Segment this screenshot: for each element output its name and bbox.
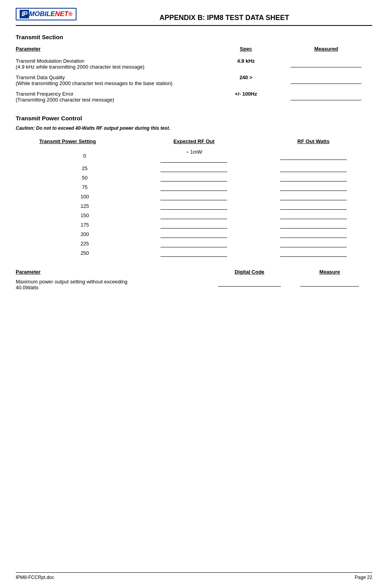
logo-area: IP MOBILE NET ® (16, 8, 77, 21)
rf-watts-input-line (280, 211, 347, 219)
rf-watts-cell (255, 229, 372, 239)
transmit-section-title: Transmit Section (16, 34, 372, 40)
rf-watts-input-line (280, 202, 347, 210)
measured-input-line (291, 93, 361, 100)
expected-input-line (160, 183, 227, 191)
bottom-table: Parameter Digital Code Measure Maximum p… (16, 267, 372, 292)
table-row: 25 (16, 163, 372, 173)
table-row: 50 (16, 173, 372, 182)
expected-cell (133, 201, 255, 211)
rf-watts-cell (255, 148, 372, 163)
rf-watts-col-header: RF Out Watts (255, 137, 372, 148)
power-setting-cell: 25 (16, 163, 133, 173)
bottom-digital-header: Digital Code (212, 267, 290, 277)
rf-watts-cell (255, 173, 372, 182)
expected-input-line (160, 230, 227, 238)
spec-cell: +/- 100Hz (212, 89, 283, 105)
logo-registered: ® (68, 11, 72, 17)
digital-code-input-line (218, 279, 281, 287)
param-cell: Transmit Frequency Error(Transmitting 20… (16, 89, 212, 105)
table-row: 150 (16, 211, 372, 220)
table-row: 100 (16, 192, 372, 201)
expected-col-header: Expected RF Out (133, 137, 255, 148)
expected-cell (133, 173, 255, 182)
measured-cell (283, 72, 372, 89)
power-setting-cell: 50 (16, 173, 133, 182)
expected-input-line (160, 192, 227, 200)
expected-cell (133, 248, 255, 258)
measured-input-line (291, 60, 361, 67)
power-setting-cell: 175 (16, 220, 133, 229)
spec-col-header: Spec (212, 44, 283, 56)
rf-watts-cell (255, 163, 372, 173)
rf-watts-cell (255, 201, 372, 211)
rf-watts-input-line (280, 192, 347, 200)
power-setting-cell: 75 (16, 182, 133, 192)
rf-watts-input-line (280, 249, 347, 257)
rf-watts-input-line (280, 221, 347, 229)
expected-cell: ~ 1mW (133, 148, 255, 163)
expected-input-line (160, 202, 227, 210)
param-cell: Transmit Data Quality(While transmitting… (16, 72, 212, 89)
power-setting-cell: 125 (16, 201, 133, 211)
bottom-measure-cell (290, 277, 372, 292)
bottom-param-cell: Maximum power output setting without exc… (16, 277, 212, 292)
rf-watts-cell (255, 248, 372, 258)
table-row: 225 (16, 239, 372, 248)
expected-cell (133, 163, 255, 173)
table-row: 200 (16, 229, 372, 239)
table-row: 250 (16, 248, 372, 258)
header: IP MOBILE NET ® APPENDIX B: IPM8 TEST DA… (16, 8, 372, 26)
page: IP MOBILE NET ® APPENDIX B: IPM8 TEST DA… (0, 0, 388, 588)
table-row: Transmit Data Quality(While transmitting… (16, 72, 372, 89)
param-text: Transmit Modulation Deviation(4.9 kHz wh… (16, 58, 144, 70)
power-setting-cell: 0 (16, 148, 133, 163)
caution-text: Caution: Do not to exceed 40-Watts RF ou… (16, 125, 372, 131)
power-setting-cell: 100 (16, 192, 133, 201)
power-setting-cell: 250 (16, 248, 133, 258)
table-row: 75 (16, 182, 372, 192)
spec-cell: 4.9 kHz (212, 56, 283, 72)
power-setting-cell: 150 (16, 211, 133, 220)
expected-input-line (160, 211, 227, 219)
logo-net: NET (55, 10, 68, 18)
rf-watts-cell (255, 211, 372, 220)
rf-watts-input-line (280, 240, 347, 247)
rf-watts-input-line (280, 174, 347, 181)
expected-input-line (160, 249, 227, 257)
table-row: 125 (16, 201, 372, 211)
power-table: Transmit Power Setting Expected RF Out R… (16, 137, 372, 258)
rf-watts-cell (255, 220, 372, 229)
power-control-title: Transmit Power Control (16, 115, 372, 122)
bottom-param-header: Parameter (16, 267, 212, 277)
expected-cell (133, 182, 255, 192)
rf-watts-cell (255, 192, 372, 201)
bottom-digital-cell (212, 277, 290, 292)
table-row: Transmit Modulation Deviation(4.9 kHz wh… (16, 56, 372, 72)
expected-input-line (160, 240, 227, 247)
setting-col-header: Transmit Power Setting (16, 137, 133, 148)
spec-cell: 240 > (212, 72, 283, 89)
rf-watts-input-line (280, 183, 347, 191)
expected-cell (133, 220, 255, 229)
footer-right: Page 22 (355, 575, 372, 580)
table-row: Transmit Frequency Error(Transmitting 20… (16, 89, 372, 105)
logo: IP MOBILE NET ® (16, 8, 77, 20)
footer-left: IPM8-FCCRpt.doc (16, 575, 54, 580)
bottom-param-text: Maximum power output setting without exc… (16, 279, 128, 290)
expected-input-line (160, 221, 227, 229)
param-text: Transmit Data Quality(While transmitting… (16, 74, 173, 86)
table-row: Maximum power output setting without exc… (16, 277, 372, 292)
expected-cell (133, 229, 255, 239)
logo-mobile: MOBILE (29, 10, 55, 18)
rf-watts-input-line (280, 164, 347, 172)
expected-cell (133, 239, 255, 248)
param-text: Transmit Frequency Error(Transmitting 20… (16, 91, 114, 103)
measured-cell (283, 89, 372, 105)
rf-watts-cell (255, 182, 372, 192)
power-setting-cell: 200 (16, 229, 133, 239)
expected-input-line (160, 164, 227, 172)
measure-input-line (300, 279, 359, 287)
bottom-measure-header: Measure (290, 267, 372, 277)
table-row: 175 (16, 220, 372, 229)
